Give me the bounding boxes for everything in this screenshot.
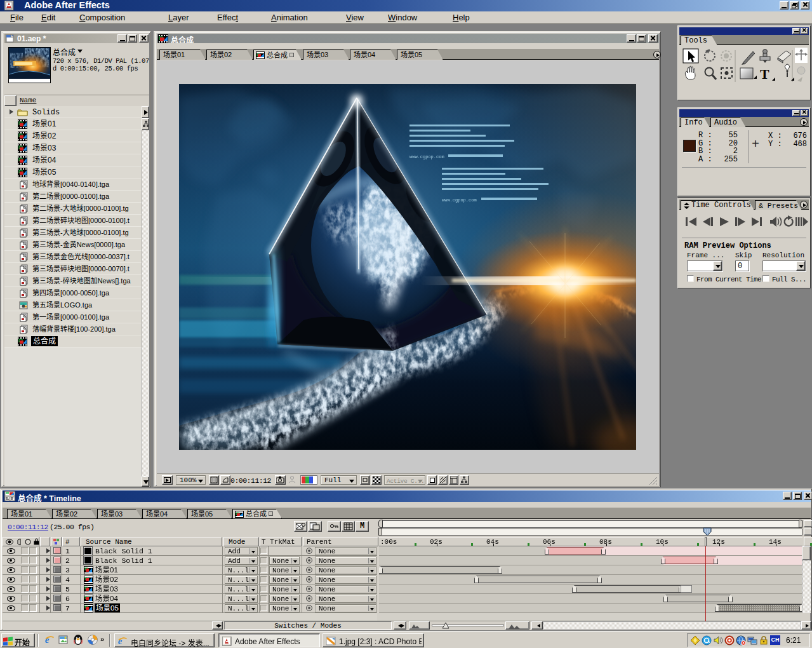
- svg-text:T: T: [760, 66, 769, 82]
- svg-text:www.cgpop.com: www.cgpop.com: [409, 154, 444, 159]
- svg-text:e: e: [118, 636, 123, 646]
- svg-text:www.cgpop.com: www.cgpop.com: [442, 198, 477, 203]
- svg-text:e: e: [45, 635, 50, 645]
